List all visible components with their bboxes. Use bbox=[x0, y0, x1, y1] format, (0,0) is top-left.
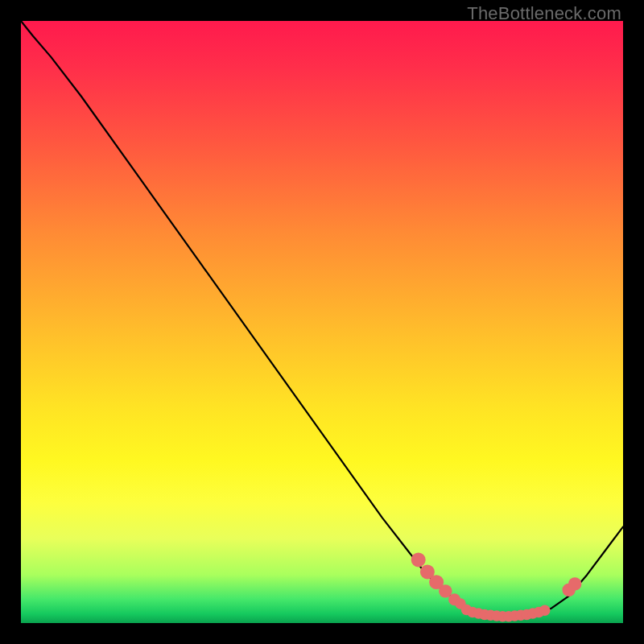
curve-marker bbox=[568, 577, 581, 590]
chart-stage: TheBottleneck.com bbox=[0, 0, 644, 644]
curve-marker bbox=[411, 552, 426, 567]
marker-group bbox=[411, 552, 582, 621]
curve-marker bbox=[539, 605, 550, 616]
bottleneck-curve bbox=[21, 21, 623, 617]
chart-overlay-svg bbox=[21, 21, 623, 623]
